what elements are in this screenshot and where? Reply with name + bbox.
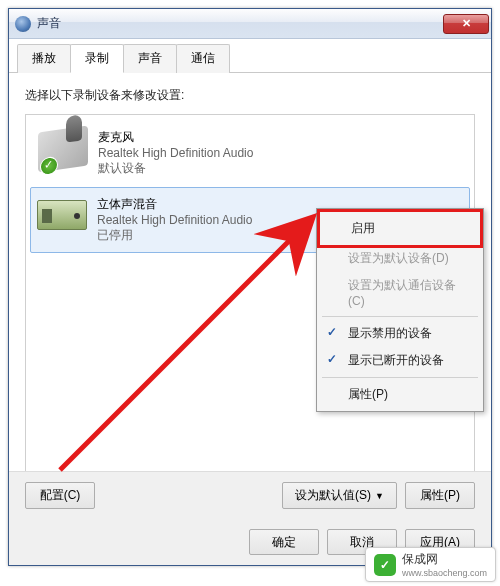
ctx-separator <box>322 316 478 317</box>
close-button[interactable]: ✕ <box>443 14 489 34</box>
titlebar: 声音 ✕ <box>9 9 491 39</box>
device-microphone[interactable]: 麦克风 Realtek High Definition Audio 默认设备 <box>30 119 470 187</box>
ctx-show-disconnected[interactable]: ✓ 显示已断开的设备 <box>320 347 480 374</box>
tab-strip: 播放 录制 声音 通信 <box>9 39 491 73</box>
device-driver: Realtek High Definition Audio <box>98 146 462 160</box>
device-name: 麦克风 <box>98 129 462 146</box>
ctx-show-disabled-label: 显示禁用的设备 <box>348 326 432 340</box>
watermark-url: www.sbaocheng.com <box>402 568 487 578</box>
ctx-enable[interactable]: 启用 <box>317 209 483 248</box>
microphone-icon <box>38 125 88 172</box>
ctx-show-disabled[interactable]: ✓ 显示禁用的设备 <box>320 320 480 347</box>
tab-sounds[interactable]: 声音 <box>123 44 177 73</box>
watermark: ✓ 保成网 www.sbaocheng.com <box>365 547 496 582</box>
ctx-properties[interactable]: 属性(P) <box>320 381 480 408</box>
check-icon: ✓ <box>327 325 337 339</box>
context-menu: 启用 设置为默认设备(D) 设置为默认通信设备(C) ✓ 显示禁用的设备 ✓ 显… <box>316 208 484 412</box>
tab-playback[interactable]: 播放 <box>17 44 71 73</box>
tab-communications[interactable]: 通信 <box>176 44 230 73</box>
ctx-set-default: 设置为默认设备(D) <box>320 245 480 272</box>
default-badge-icon <box>40 156 58 177</box>
tab-recording[interactable]: 录制 <box>70 44 124 73</box>
ok-button[interactable]: 确定 <box>249 529 319 555</box>
properties-button[interactable]: 属性(P) <box>405 482 475 509</box>
ctx-show-disconnected-label: 显示已断开的设备 <box>348 353 444 367</box>
set-default-label: 设为默认值(S) <box>295 487 371 504</box>
ctx-set-default-comm: 设置为默认通信设备(C) <box>320 272 480 313</box>
device-button-bar: 配置(C) 设为默认值(S) ▼ 属性(P) <box>9 471 491 519</box>
sound-icon <box>15 16 31 32</box>
set-default-button[interactable]: 设为默认值(S) ▼ <box>282 482 397 509</box>
check-icon: ✓ <box>327 352 337 366</box>
ctx-separator <box>322 377 478 378</box>
watermark-badge-icon: ✓ <box>374 554 396 576</box>
window-title: 声音 <box>37 15 443 32</box>
watermark-name: 保成网 <box>402 552 438 566</box>
device-status: 默认设备 <box>98 160 462 177</box>
soundcard-icon <box>37 200 87 230</box>
configure-button[interactable]: 配置(C) <box>25 482 95 509</box>
instruction-label: 选择以下录制设备来修改设置: <box>25 87 475 104</box>
chevron-down-icon: ▼ <box>375 491 384 501</box>
